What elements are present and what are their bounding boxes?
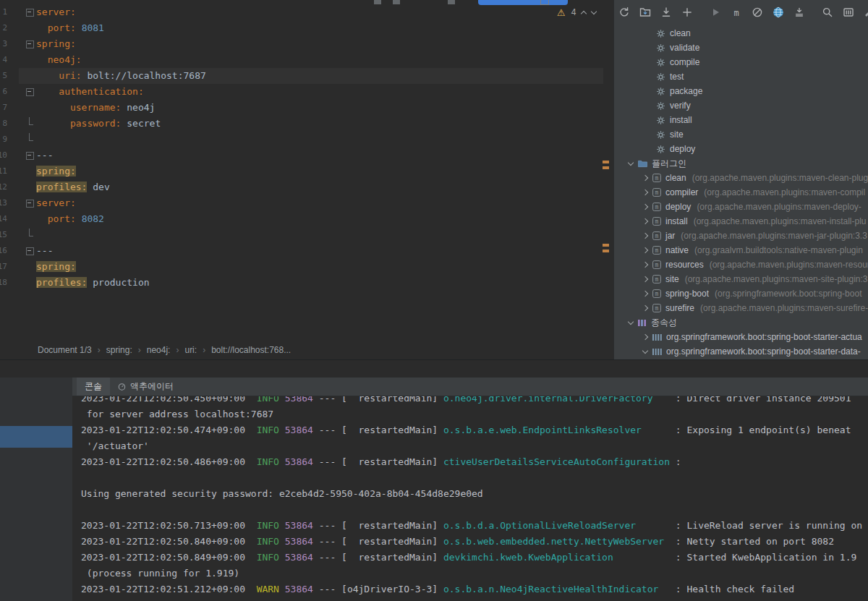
reload-icon[interactable] xyxy=(618,7,630,18)
search-stripe-mark[interactable] xyxy=(603,166,609,169)
lifecycle-goal-row[interactable]: package xyxy=(614,84,868,98)
chevron-right-icon[interactable] xyxy=(642,291,648,297)
fold-marker[interactable] xyxy=(7,116,36,132)
editor-line[interactable]: 16--- xyxy=(0,243,613,259)
plugins-node[interactable]: 플러그인 xyxy=(614,156,868,171)
fold-marker[interactable] xyxy=(7,132,36,148)
sources-icon[interactable] xyxy=(639,7,651,18)
chevron-right-icon[interactable] xyxy=(642,247,648,253)
chevron-right-icon[interactable] xyxy=(642,204,648,210)
search-icon[interactable] xyxy=(822,7,833,18)
plugin-row[interactable]: msite(org.apache.maven.plugins:maven-sit… xyxy=(614,272,868,286)
chevron-down-icon[interactable] xyxy=(628,160,634,166)
editor-line[interactable]: 15 xyxy=(0,227,613,243)
lifecycle-goal-row[interactable]: deploy xyxy=(614,142,868,156)
breadcrumb-item[interactable]: bolt://localhost:768... xyxy=(211,345,291,355)
search-stripe-mark[interactable] xyxy=(603,161,609,163)
chevron-right-icon[interactable] xyxy=(642,189,648,195)
plugin-row[interactable]: mresources(org.apache.maven.plugins:mave… xyxy=(614,257,868,272)
fold-marker[interactable] xyxy=(7,148,36,163)
editor-line[interactable]: 17spring: xyxy=(0,259,613,275)
editor-line[interactable]: 6 authentication: xyxy=(0,84,613,100)
analyzer-icon[interactable] xyxy=(843,7,854,18)
plugin-row[interactable]: msurefire(org.apache.maven.plugins:maven… xyxy=(614,301,868,315)
editor-line[interactable]: 3spring: xyxy=(0,36,613,52)
editor-line[interactable]: 11spring: xyxy=(0,163,613,179)
search-stripe-mark[interactable] xyxy=(603,250,609,252)
search-stripe-mark[interactable] xyxy=(603,244,609,247)
maven-goal-icon[interactable]: m xyxy=(731,7,742,18)
plugin-row[interactable]: mspring-boot(org.springframework.boot:sp… xyxy=(614,286,868,301)
run-widget-fragment xyxy=(478,0,568,5)
lifecycle-goal-row[interactable]: test xyxy=(614,69,868,84)
next-problem-icon[interactable] xyxy=(591,9,597,14)
splitter[interactable] xyxy=(0,360,868,378)
breadcrumb-item[interactable]: neo4j: xyxy=(147,345,171,355)
editor-line[interactable]: 2 port: 8081 xyxy=(0,20,613,36)
fold-marker[interactable] xyxy=(7,36,36,52)
fold-marker[interactable] xyxy=(7,84,36,100)
lifecycle-goal-row[interactable]: site xyxy=(614,127,868,142)
editor-line[interactable]: 8 password: secret xyxy=(0,116,613,132)
download-icon[interactable] xyxy=(660,7,672,18)
plugin-row[interactable]: mclean(org.apache.maven.plugins:maven-cl… xyxy=(614,171,868,185)
plugin-row[interactable]: mcompiler(org.apache.maven.plugins:maven… xyxy=(614,185,868,200)
editor-content[interactable]: 1server:2 port: 80813spring:4 neo4j:5 ur… xyxy=(0,4,613,291)
fold-marker[interactable] xyxy=(7,195,36,211)
editor-line[interactable]: 13server: xyxy=(0,195,613,211)
editor-line[interactable]: 5 uri: bolt://localhost:7687 xyxy=(0,68,613,84)
fold-marker[interactable] xyxy=(7,243,36,259)
skip-tests-icon[interactable] xyxy=(752,7,763,18)
console-output[interactable]: 2023-01-22T12:02:50.450+09:00 INFO 53864… xyxy=(72,396,868,601)
breadcrumb-item[interactable]: spring: xyxy=(106,345,132,355)
selected-item-highlight[interactable] xyxy=(0,426,72,448)
editor-line[interactable]: 18profiles: production xyxy=(0,275,613,291)
plugin-row[interactable]: mjar(org.apache.maven.plugins:maven-jar-… xyxy=(614,229,868,243)
plugin-row[interactable]: mnative(org.graalvm.buildtools:native-ma… xyxy=(614,243,868,257)
chevron-right-icon[interactable] xyxy=(642,305,648,311)
fold-marker[interactable] xyxy=(7,227,36,243)
dependency-row[interactable]: org.springframework.boot:spring-boot-sta… xyxy=(614,344,868,358)
chevron-right-icon[interactable] xyxy=(642,262,648,268)
breadcrumb-item[interactable]: uri: xyxy=(184,345,197,355)
log-segment: ctiveUserDetailsServiceAutoConfiguration xyxy=(443,456,670,467)
chevron-down-icon[interactable] xyxy=(628,319,634,325)
chevron-down-icon[interactable] xyxy=(642,348,648,354)
editor-line[interactable]: 9 xyxy=(0,132,613,148)
lifecycle-goal-row[interactable]: install xyxy=(614,113,868,127)
chevron-right-icon[interactable] xyxy=(642,276,648,282)
chevron-right-icon[interactable] xyxy=(642,334,648,340)
chevron-right-icon[interactable] xyxy=(642,218,648,224)
run-icon[interactable] xyxy=(710,7,721,18)
prev-problem-icon[interactable] xyxy=(581,10,587,16)
offline-icon[interactable] xyxy=(773,7,784,18)
lifecycle-goal-row[interactable]: validate xyxy=(614,41,868,55)
lifecycle-goal-row[interactable]: clean xyxy=(614,26,868,41)
inspections-widget[interactable]: ⚠ 4 xyxy=(557,4,596,20)
editor-line[interactable]: 12profiles: dev xyxy=(0,179,613,195)
plugin-row[interactable]: minstall(org.apache.maven.plugins:maven-… xyxy=(614,214,868,229)
breadcrumb-item[interactable]: Document 1/3 xyxy=(38,345,92,355)
maven-tree[interactable]: cleanvalidatecompiletestpackageverifyins… xyxy=(614,25,868,358)
editor-line[interactable]: 4 neo4j: xyxy=(0,52,613,68)
goal-label: deploy xyxy=(670,144,695,154)
editor-line[interactable]: 14 port: 8082 xyxy=(0,211,613,227)
chevron-right-icon[interactable] xyxy=(642,175,648,181)
fold-marker[interactable] xyxy=(7,4,36,20)
add-icon[interactable] xyxy=(681,7,693,18)
tab-콘솔[interactable]: 콘솔 xyxy=(77,378,110,396)
plugin-row[interactable]: mdeploy(org.apache.maven.plugins:maven-d… xyxy=(614,200,868,214)
tab-액추에이터[interactable]: 액추에이터 xyxy=(110,378,182,396)
editor-line[interactable]: 1server: xyxy=(0,4,613,20)
editor-line[interactable]: 7 username: neo4j xyxy=(0,100,613,116)
lifecycle-goal-row[interactable]: verify xyxy=(614,98,868,113)
collapse-icon[interactable] xyxy=(793,7,805,18)
editor-line[interactable]: 10--- xyxy=(0,148,613,163)
lifecycle-goal-row[interactable]: compile xyxy=(614,55,868,69)
log-segment: 2023-01-22T12:02:50.450+09:00 xyxy=(81,396,251,404)
token: authentication: xyxy=(59,86,143,97)
settings-icon[interactable] xyxy=(864,7,868,18)
dependency-row[interactable]: org.springframework.boot:spring-boot-sta… xyxy=(614,330,868,344)
dependencies-node[interactable]: 종속성 xyxy=(614,315,868,330)
chevron-right-icon[interactable] xyxy=(642,233,648,239)
